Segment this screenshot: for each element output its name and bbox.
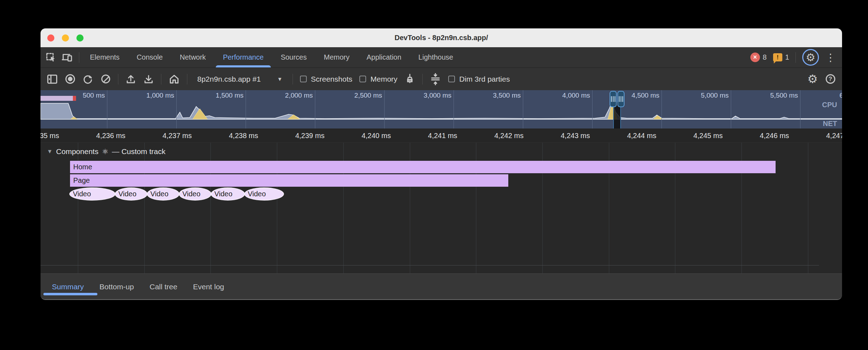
- collapse-triangle-icon[interactable]: ▼: [47, 148, 53, 155]
- overview-tick-label: 1,000 ms: [105, 92, 174, 99]
- divider: [187, 74, 187, 84]
- inspect-element-icon[interactable]: [45, 50, 56, 65]
- collapse-sections-icon[interactable]: [430, 72, 441, 86]
- tab-console[interactable]: Console: [128, 47, 171, 67]
- bottom-tab-bottom-up[interactable]: Bottom-up: [92, 274, 142, 300]
- devtools-window: DevTools - 8p2n9n.csb.app/ ElementsConso…: [41, 28, 842, 300]
- help-button[interactable]: ?: [825, 72, 836, 86]
- content-gridline: [808, 143, 808, 273]
- device-toolbar-icon[interactable]: [62, 50, 73, 65]
- gear-icon: ⚙: [807, 73, 818, 85]
- track-bar-video[interactable]: Video: [147, 188, 179, 200]
- traffic-lights: [47, 28, 84, 47]
- record-button[interactable]: [65, 72, 75, 86]
- clear-recording-icon[interactable]: [100, 72, 111, 86]
- performance-toolbar: 8p2n9n.csb.app #1 ▼ Screenshots Memory: [41, 68, 842, 90]
- track-title: Components: [56, 147, 98, 156]
- main-tabs: ElementsConsoleNetworkPerformanceSources…: [81, 47, 462, 67]
- upload-profile-icon[interactable]: [125, 72, 136, 86]
- divider: [422, 74, 423, 84]
- chevron-down-icon: ▼: [277, 76, 283, 82]
- overview-tick-label: 500 ms: [41, 92, 105, 99]
- checkbox-label: Screenshots: [311, 75, 353, 83]
- ruler-tick-label: 4,247 ms: [802, 131, 842, 140]
- overview-tick-label: 4,000 ms: [521, 92, 590, 99]
- divider: [161, 74, 161, 84]
- gear-icon: ⚙: [806, 52, 815, 63]
- divider: [79, 52, 79, 63]
- error-badge[interactable]: × 8: [750, 53, 767, 62]
- close-window-button[interactable]: [47, 34, 54, 42]
- screenshots-checkbox[interactable]: Screenshots: [300, 75, 353, 83]
- zoom-window-button[interactable]: [76, 34, 84, 42]
- tab-network[interactable]: Network: [171, 47, 214, 67]
- tab-elements[interactable]: Elements: [81, 47, 128, 67]
- react-atom-icon: ⚛: [102, 147, 108, 156]
- settings-button[interactable]: ⚙: [802, 49, 819, 66]
- overview-tick-label: 4,500 ms: [590, 92, 659, 99]
- tab-memory[interactable]: Memory: [315, 47, 358, 67]
- checkbox-box[interactable]: [300, 76, 307, 82]
- bottom-tab-event-log[interactable]: Event log: [185, 274, 232, 300]
- memory-checkbox[interactable]: Memory: [359, 75, 397, 83]
- title-bar[interactable]: DevTools - 8p2n9n.csb.app/: [41, 28, 842, 47]
- toggle-sidebar-icon[interactable]: [47, 72, 58, 86]
- overview-tick-label: 3,000 ms: [382, 92, 451, 99]
- overview-tick-label: 3,500 ms: [452, 92, 521, 99]
- tab-application[interactable]: Application: [358, 47, 410, 67]
- tab-bar-tools: [41, 47, 81, 67]
- download-profile-icon[interactable]: [143, 72, 154, 86]
- issues-badge[interactable]: ! 1: [773, 53, 789, 61]
- cpu-lane-label: CPU: [822, 101, 837, 109]
- track-bar-video[interactable]: Video: [70, 188, 115, 200]
- divider: [118, 74, 118, 84]
- reload-and-record-button[interactable]: [82, 72, 93, 86]
- help-icon: ?: [826, 74, 835, 84]
- tab-performance[interactable]: Performance: [214, 47, 272, 67]
- overview-tick-label: 6,000 ms: [798, 92, 842, 99]
- overview-tick-label: 5,500 ms: [729, 92, 798, 99]
- checkbox-box[interactable]: [359, 76, 366, 82]
- track-bar-video[interactable]: Video: [211, 188, 245, 200]
- checkbox-label: Dim 3rd parties: [459, 75, 510, 83]
- devtools-tab-bar: ElementsConsoleNetworkPerformanceSources…: [41, 47, 842, 68]
- overview-tick-label: 1,500 ms: [175, 92, 243, 99]
- time-ruler[interactable]: 4,235 ms4,236 ms4,237 ms4,238 ms4,239 ms…: [41, 128, 842, 143]
- session-dropdown-value: 8p2n9n.csb.app #1: [197, 75, 261, 83]
- more-options-icon[interactable]: ⋮: [825, 51, 836, 64]
- track-bar-video[interactable]: Video: [115, 188, 147, 200]
- session-dropdown[interactable]: 8p2n9n.csb.app #1 ▼: [194, 75, 285, 83]
- active-tab-underline: [43, 293, 97, 295]
- bottom-tab-call-tree[interactable]: Call tree: [142, 274, 185, 300]
- divider: [795, 52, 796, 63]
- tab-sources[interactable]: Sources: [272, 47, 315, 67]
- issues-icon: !: [773, 53, 782, 61]
- collect-garbage-icon[interactable]: [404, 72, 415, 86]
- divider: [293, 74, 293, 84]
- bottom-tab-summary[interactable]: Summary: [44, 274, 92, 300]
- track-bar-video[interactable]: Video: [179, 188, 211, 200]
- analysis-tab-bar: SummaryBottom-upCall treeEvent log: [41, 273, 842, 300]
- track-bar-video[interactable]: Video: [245, 188, 284, 200]
- track-bar-home[interactable]: Home: [70, 161, 776, 173]
- horizontal-rule: [41, 265, 819, 266]
- issues-count: 1: [785, 53, 789, 61]
- components-track-header[interactable]: ▼ Components ⚛ — Custom track: [47, 147, 165, 156]
- home-icon[interactable]: [168, 72, 180, 86]
- track-content[interactable]: ▼ Components ⚛ — Custom track HomePageVi…: [41, 143, 842, 273]
- checkbox-box[interactable]: [448, 76, 455, 82]
- dim-3rd-parties-checkbox[interactable]: Dim 3rd parties: [448, 75, 510, 83]
- timeline-overview[interactable]: CPU NET 500 ms1,000 ms1,500 ms2,000 ms2,…: [41, 90, 842, 128]
- overview-tick-label: 5,000 ms: [660, 92, 729, 99]
- track-bar-page[interactable]: Page: [70, 174, 508, 187]
- error-icon: ×: [750, 53, 760, 62]
- net-lane-label: NET: [823, 120, 837, 128]
- overview-tick-label: 2,000 ms: [244, 92, 313, 99]
- minimize-window-button[interactable]: [62, 34, 69, 42]
- track-subtitle: — Custom track: [112, 147, 166, 156]
- window-title: DevTools - 8p2n9n.csb.app/: [395, 34, 488, 42]
- tab-lighthouse[interactable]: Lighthouse: [410, 47, 462, 67]
- capture-settings-button[interactable]: ⚙: [807, 72, 818, 86]
- overview-tick-label: 2,500 ms: [313, 92, 382, 99]
- tab-bar-right: × 8 ! 1 ⚙ ⋮: [750, 47, 842, 67]
